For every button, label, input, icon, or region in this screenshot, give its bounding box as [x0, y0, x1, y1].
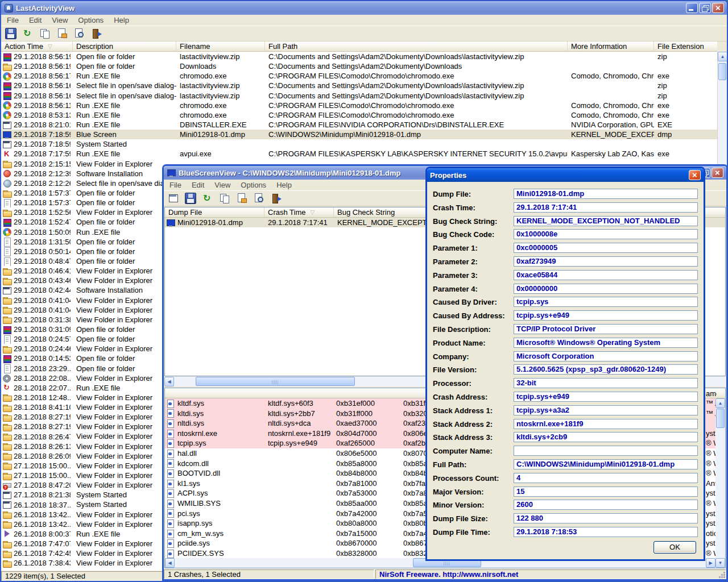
table-row[interactable]: 29.1.2018 7:18:59System Started [1, 139, 727, 149]
refresh-button[interactable] [20, 27, 35, 40]
table-row[interactable]: 29.1.2018 8:56:11Run .EXE filechromodo.e… [1, 101, 727, 110]
props-close-button[interactable] [689, 170, 701, 180]
window-button[interactable] [166, 192, 181, 205]
field-value[interactable]: 29.1.2018 7:17:41 [514, 202, 698, 213]
table-row[interactable]: 29.1.2018 8:53:13Run .EXE filechromodo.e… [1, 110, 727, 120]
copy-button[interactable] [217, 192, 232, 205]
save-button[interactable] [183, 192, 198, 205]
column-header[interactable]: Full Path [265, 41, 568, 51]
column-header[interactable]: Crash Time▽ [264, 207, 334, 217]
scroll-down-icon[interactable]: ▼ [715, 558, 725, 568]
scroll-left-icon[interactable]: ◀ [164, 377, 174, 386]
properties-button[interactable] [234, 192, 249, 205]
save-button[interactable] [3, 27, 18, 40]
exit-button[interactable] [89, 27, 104, 40]
field-value[interactable]: 15 [514, 487, 698, 497]
field-value[interactable]: 4 [514, 473, 698, 483]
column-header[interactable]: Description [73, 41, 176, 51]
bsv-nirsoft-link[interactable]: NirSoft Freeware. http://www.nirsoft.net [375, 569, 726, 579]
field-value[interactable]: 0xace05844 [514, 270, 698, 280]
file-extension-cell: exe [654, 71, 718, 81]
restore-button[interactable] [699, 3, 711, 13]
field-value[interactable]: C:\WINDOWS2\Minidump\Mini012918-01.dmp [514, 459, 698, 469]
field-value[interactable]: ntoskrnl.exe+181f9 [514, 419, 698, 429]
action-time: 27.1.2018 15:00... [14, 471, 71, 480]
table-row[interactable]: 29.1.2018 8:56:19Open file or folderlast… [1, 52, 727, 61]
field-value[interactable]: 29.1.2018 7:18:53 [514, 527, 698, 537]
column-header[interactable]: File Extension [654, 41, 717, 51]
menu-item-edit[interactable]: Edit [187, 180, 209, 190]
description-cell: Run .EXE file [73, 227, 176, 237]
field-value[interactable]: 5.1.2600.5625 (xpsp_sp3_gdr.080620-1249) [514, 364, 698, 375]
table-row[interactable]: 29.1.2018 8:56:17Run .EXE filechromodo.e… [1, 71, 727, 81]
scrollbar-thumb[interactable] [716, 409, 725, 428]
scrollbar-thumb[interactable] [196, 377, 355, 386]
field-value[interactable]: Mini012918-01.dmp [514, 189, 698, 199]
menu-item-file[interactable]: File [2, 15, 24, 26]
table-row[interactable]: 29.1.2018 8:56:19Open file or folderDown… [1, 61, 727, 71]
scroll-up-icon[interactable]: ▲ [715, 398, 725, 408]
close-button[interactable] [712, 3, 724, 13]
field-value[interactable]: tcpip.sys [514, 297, 698, 307]
table-row[interactable]: 29.1.2018 8:56:16Select file in open/sav… [1, 91, 727, 101]
field-value[interactable]: kltdi.sys+2cb9 [514, 432, 698, 442]
exit-button[interactable] [268, 192, 283, 205]
column-header[interactable]: Dump File [165, 207, 264, 217]
field-value[interactable]: 0x00000000 [514, 284, 698, 294]
menu-item-help[interactable]: Help [109, 15, 134, 26]
scroll-right-icon[interactable]: ▶ [706, 558, 715, 568]
clipped-column-cell: ™ A [706, 409, 715, 419]
scrollbar-thumb[interactable] [718, 63, 726, 80]
field-value[interactable]: tcpip.sys+e949 [514, 392, 698, 402]
field-value[interactable]: 2600 [514, 500, 698, 510]
menu-item-options[interactable]: Options [235, 180, 271, 190]
field-value[interactable] [514, 446, 698, 456]
more-information-cell: Kaspersky Lab ZAO, Kasp... [568, 149, 654, 159]
field-value[interactable]: 0xaf273949 [514, 256, 698, 267]
scroll-up-icon[interactable]: ▲ [718, 52, 727, 61]
menu-item-edit[interactable]: Edit [24, 15, 47, 26]
menu-item-view[interactable]: View [209, 180, 235, 190]
column-header[interactable]: Action Time▽ [1, 41, 73, 51]
field-value[interactable]: KERNEL_MODE_EXCEPTION_NOT_HANDLED [514, 216, 698, 226]
column-header-label: More Information [571, 42, 627, 51]
column-header[interactable]: Filename [176, 41, 265, 51]
field-value[interactable]: tcpip.sys+e949 [514, 310, 698, 321]
table-row[interactable]: 29.1.2018 8:21:01Run .EXE fileDBINSTALLE… [1, 120, 727, 130]
field-value[interactable]: Microsoft® Windows® Operating System [514, 338, 698, 348]
bsv-vertical-scrollbar[interactable]: ▲ ▼ [715, 398, 725, 568]
table-row[interactable]: 29.1.2018 7:18:59Blue ScreenMini012918-0… [1, 130, 727, 139]
table-row[interactable]: 29.1.2018 7:17:59Run .EXE fileavpui.exeC… [1, 149, 727, 159]
refresh-button[interactable] [200, 192, 215, 205]
column-header[interactable]: Bug Check String [334, 207, 428, 217]
menu-item-help[interactable]: Help [271, 180, 297, 190]
menu-item-options[interactable]: Options [73, 15, 109, 26]
find-button[interactable] [251, 192, 266, 205]
bsv-close-button[interactable] [712, 168, 723, 178]
field-value[interactable]: 0x1000008e [514, 229, 698, 239]
description-cell: View Folder in Explorer [73, 558, 176, 568]
ok-button[interactable]: OK [653, 541, 696, 554]
field-value[interactable]: 122 880 [514, 513, 698, 523]
field-value[interactable]: 0xc0000005 [514, 243, 698, 253]
minimize-button[interactable] [686, 3, 698, 13]
action-time: 29.1.2018 1:52:47 [14, 217, 71, 227]
description-cell: View Folder in Explorer [73, 276, 176, 285]
field-value[interactable]: TCP/IP Protocol Driver [514, 324, 698, 334]
field-value[interactable]: tcpip.sys+a3a2 [514, 405, 698, 415]
copy-button[interactable] [38, 27, 52, 40]
field-value[interactable]: Microsoft Corporation [514, 351, 698, 361]
field-value[interactable]: 32-bit [514, 378, 698, 388]
table-row[interactable]: 29.1.2018 8:56:16Select file in open/sav… [1, 81, 727, 90]
scroll-left-icon[interactable]: ◀ [165, 558, 175, 568]
menu-item-view[interactable]: View [47, 15, 73, 26]
folder-icon [2, 451, 11, 460]
driver-icon [166, 409, 175, 418]
properties-button[interactable] [55, 27, 69, 40]
column-header[interactable]: More Information [568, 41, 654, 51]
find-button[interactable] [72, 27, 86, 40]
menu-item-file[interactable]: File [164, 180, 187, 190]
file-extension-cell [654, 139, 718, 149]
resize-grip[interactable] [718, 571, 725, 578]
action-time: 29.1.2018 0:41:04 [14, 305, 71, 315]
